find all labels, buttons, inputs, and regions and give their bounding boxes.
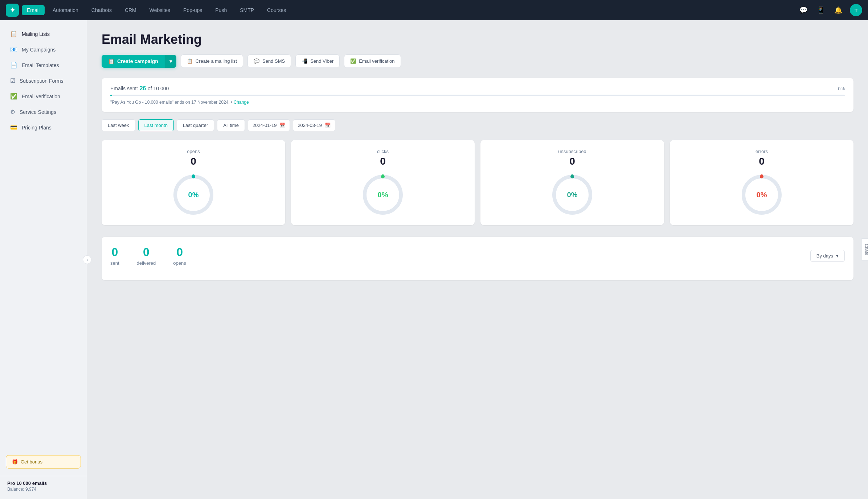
forms-icon: ☑ <box>10 77 15 84</box>
opens-label: opens <box>187 149 200 154</box>
unsubscribed-value: 0 <box>569 156 575 167</box>
sidebar-item-email-templates[interactable]: 📄 Email Templates <box>3 57 84 73</box>
stat-card-clicks: clicks 0 0% <box>291 140 475 225</box>
delivered-number: 0 <box>137 246 156 259</box>
sidebar-item-subscription-forms[interactable]: ☑ Subscription Forms <box>3 73 84 88</box>
filter-last-quarter[interactable]: Last quarter <box>177 119 214 131</box>
pricing-icon: 💳 <box>10 124 17 131</box>
nav-push[interactable]: Push <box>210 5 232 15</box>
nav-email[interactable]: Email <box>22 5 45 15</box>
opens-bottom-label: opens <box>173 260 186 266</box>
page-title: Email Marketing <box>102 32 853 47</box>
clicks-label: clicks <box>377 149 389 154</box>
bottom-stat-delivered: 0 delivered <box>137 246 156 266</box>
sent-label: sent <box>110 260 119 266</box>
stat-card-opens: opens 0 0% <box>102 140 285 225</box>
bell-icon[interactable]: 🔔 <box>832 4 844 16</box>
main-content: Email Marketing 📋 Create campaign ▾ 📋 Cr… <box>87 20 868 499</box>
plan-label: Pro 10 000 emails <box>7 481 79 486</box>
nav-popups[interactable]: Pop-ups <box>178 5 207 15</box>
nav-smtp[interactable]: SMTP <box>235 5 259 15</box>
action-bar: 📋 Create campaign ▾ 📋 Create a mailing l… <box>102 54 853 68</box>
clicks-donut: 0% <box>361 173 405 216</box>
nav-websites[interactable]: Websites <box>144 5 175 15</box>
sidebar-bottom: Pro 10 000 emails Balance: 9,974 <box>0 476 87 493</box>
sidebar-item-email-verification[interactable]: ✅ Email verification <box>3 88 84 104</box>
balance-label: Balance: 9,974 <box>7 487 79 492</box>
stat-card-errors: errors 0 0% <box>670 140 853 225</box>
chat-icon[interactable]: 💬 <box>798 4 809 16</box>
avatar[interactable]: T <box>850 4 862 16</box>
sidebar: ‹ 📋 Mailing Lists 📧 My Campaigns 📄 Email… <box>0 20 87 499</box>
plan-info: "Pay As You Go - 10,000 emails" ends on … <box>110 100 845 105</box>
bottom-stat-opens: 0 opens <box>173 246 186 266</box>
sidebar-item-pricing-plans[interactable]: 💳 Pricing Plans <box>3 120 84 135</box>
change-plan-link[interactable]: Change <box>234 100 249 105</box>
chats-tab[interactable]: Chats <box>861 238 868 260</box>
send-sms-button[interactable]: 💬 Send SMS <box>247 54 291 68</box>
bottom-stats-card: 0 sent 0 delivered 0 opens By days ▾ <box>102 237 853 280</box>
unsubscribed-donut: 0% <box>550 173 594 216</box>
date-filter: Last week Last month Last quarter All ti… <box>102 119 853 131</box>
progress-bar-fill <box>110 95 112 96</box>
calendar-icon-2: 📅 <box>325 123 331 128</box>
stat-card-unsubscribed: unsubscribed 0 0% <box>480 140 664 225</box>
opens-donut: 0% <box>172 173 215 216</box>
sidebar-item-mailing-lists[interactable]: 📋 Mailing Lists <box>3 26 84 42</box>
chevron-down-icon: ▾ <box>836 253 839 259</box>
email-verification-button[interactable]: ✅ Email verification <box>344 54 401 68</box>
opens-percent: 0% <box>188 191 199 199</box>
emails-sent-text: Emails sent: 26 of 10 000 <box>110 85 169 92</box>
sent-number: 0 <box>110 246 119 259</box>
templates-icon: 📄 <box>10 62 17 69</box>
progress-bar <box>110 95 845 96</box>
date-to-input[interactable]: 2024-03-19 📅 <box>293 119 335 131</box>
mobile-icon[interactable]: 📱 <box>815 4 827 16</box>
clicks-percent: 0% <box>378 191 388 199</box>
nav-icons: 💬 📱 🔔 T <box>798 4 862 16</box>
opens-value: 0 <box>191 156 196 167</box>
nav-automation[interactable]: Automation <box>48 5 83 15</box>
emails-sent-header: Emails sent: 26 of 10 000 0% <box>110 85 845 92</box>
errors-label: errors <box>756 149 768 154</box>
filter-all-time[interactable]: All time <box>217 119 245 131</box>
unsubscribed-label: unsubscribed <box>558 149 586 154</box>
emails-sent-card: Emails sent: 26 of 10 000 0% "Pay As You… <box>102 78 853 112</box>
mailing-lists-icon: 📋 <box>10 30 17 37</box>
logo[interactable]: ✦ <box>6 4 19 17</box>
send-viber-button[interactable]: 📲 Send Viber <box>295 54 340 68</box>
nav-courses[interactable]: Courses <box>262 5 291 15</box>
bottom-stats-header: 0 sent 0 delivered 0 opens By days ▾ <box>110 246 845 266</box>
nav-crm[interactable]: CRM <box>120 5 142 15</box>
campaign-icon: 📋 <box>108 58 114 64</box>
gift-icon: 🎁 <box>12 459 18 465</box>
errors-value: 0 <box>759 156 765 167</box>
delivered-label: delivered <box>137 260 156 266</box>
filter-last-month[interactable]: Last month <box>138 119 174 131</box>
get-bonus-button[interactable]: 🎁 Get bonus <box>6 455 81 469</box>
mailing-icon: 📋 <box>187 58 193 64</box>
stats-row: opens 0 0% clicks 0 <box>102 140 853 225</box>
opens-number: 0 <box>173 246 186 259</box>
create-campaign-button[interactable]: 📋 Create campaign ▾ <box>102 55 176 68</box>
settings-icon: ⚙ <box>10 108 15 115</box>
filter-last-week[interactable]: Last week <box>102 119 135 131</box>
sidebar-item-my-campaigns[interactable]: 📧 My Campaigns <box>3 42 84 57</box>
clicks-value: 0 <box>380 156 386 167</box>
app-body: ‹ 📋 Mailing Lists 📧 My Campaigns 📄 Email… <box>0 20 868 499</box>
by-days-select[interactable]: By days ▾ <box>810 250 845 262</box>
verification-icon: ✅ <box>10 93 17 100</box>
create-campaign-dropdown-arrow[interactable]: ▾ <box>165 55 176 68</box>
bottom-numbers: 0 sent 0 delivered 0 opens <box>110 246 186 266</box>
campaigns-icon: 📧 <box>10 46 17 53</box>
errors-donut: 0% <box>740 173 783 216</box>
sidebar-collapse-btn[interactable]: ‹ <box>83 255 91 264</box>
errors-percent: 0% <box>757 191 767 199</box>
emails-sent-percent: 0% <box>838 86 845 91</box>
sidebar-item-service-settings[interactable]: ⚙ Service Settings <box>3 104 84 120</box>
calendar-icon: 📅 <box>279 123 285 128</box>
nav-chatbots[interactable]: Chatbots <box>86 5 117 15</box>
create-mailing-list-button[interactable]: 📋 Create a mailing list <box>181 54 243 68</box>
date-from-input[interactable]: 2024-01-19 📅 <box>248 119 290 131</box>
bottom-stat-sent: 0 sent <box>110 246 119 266</box>
